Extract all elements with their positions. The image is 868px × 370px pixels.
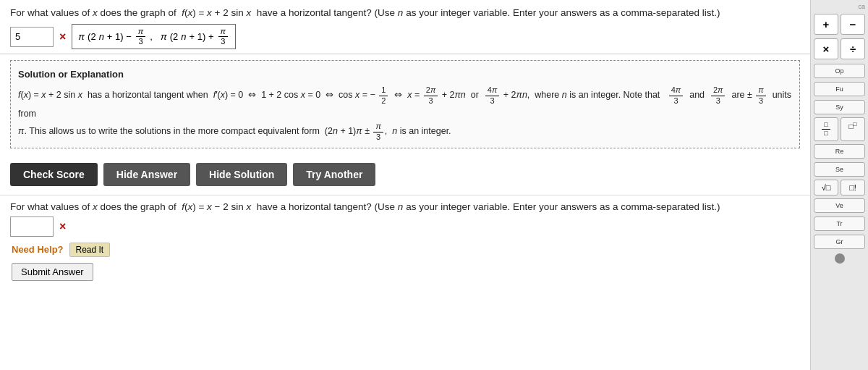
- calc-sqrt-row: √□ □!: [814, 180, 865, 195]
- calc-frac2-button[interactable]: □□: [841, 117, 865, 141]
- calc-top-row: + −: [814, 14, 865, 35]
- answer2-input[interactable]: [10, 216, 54, 237]
- answer1-input[interactable]: [10, 27, 54, 47]
- question1-section: For what values of x does the graph of f…: [0, 0, 810, 54]
- calc-sy-button[interactable]: Sy: [814, 100, 865, 114]
- question1-text: For what values of x does the graph of f…: [10, 7, 800, 18]
- check-score-button[interactable]: Check Score: [10, 163, 98, 186]
- answer2-xmark[interactable]: ×: [59, 220, 66, 233]
- need-help-label: Need Help?: [12, 244, 64, 255]
- calc-gr-button[interactable]: Gr: [814, 235, 865, 249]
- corner-tab-label: ca: [814, 3, 865, 10]
- answer1-xmark[interactable]: ×: [59, 30, 66, 43]
- read-it-button[interactable]: Read It: [69, 243, 111, 257]
- answer2-row: ×: [10, 216, 800, 237]
- solution-box: Solution or Explanation f(x) = x + 2 sin…: [10, 60, 800, 148]
- solution-title: Solution or Explanation: [18, 67, 792, 83]
- solution-line1: f(x) = x + 2 sin x has a horizontal tang…: [18, 85, 792, 122]
- calc-ve-button[interactable]: Ve: [814, 198, 865, 213]
- hide-solution-button[interactable]: Hide Solution: [196, 163, 287, 186]
- try-another-button[interactable]: Try Another: [293, 163, 375, 186]
- answer1-display: π(2n + 1) − π3, π(2n + 1) + π3: [72, 24, 236, 49]
- calc-sqrt-button[interactable]: √□: [814, 180, 838, 195]
- calc-circle-icon: [835, 253, 845, 264]
- solution-line2: π. This allows us to write the solutions…: [18, 122, 792, 141]
- calc-tr-button[interactable]: Tr: [814, 216, 865, 231]
- calc-factorial-button[interactable]: □!: [841, 180, 865, 195]
- calc-row2: × ÷: [814, 38, 865, 59]
- calc-divide-button[interactable]: ÷: [841, 38, 865, 59]
- question2-text: For what values of x does the graph of f…: [10, 201, 800, 212]
- main-content: For what values of x does the graph of f…: [0, 0, 810, 370]
- calc-re-button[interactable]: Re: [814, 144, 865, 159]
- calc-frac-row: □□ □□: [814, 117, 865, 141]
- calc-se-button[interactable]: Se: [814, 162, 865, 177]
- buttons-row: Check Score Hide Answer Hide Solution Tr…: [0, 154, 810, 195]
- calc-minus-button[interactable]: −: [841, 14, 865, 35]
- need-help-row: Need Help? Read It: [10, 243, 800, 257]
- hide-answer-button[interactable]: Hide Answer: [103, 163, 190, 186]
- question2-section: For what values of x does the graph of f…: [0, 195, 810, 285]
- calculator-panel: ca + − × ÷ Op Fu Sy □□ □□ Re Se √□ □! Ve…: [810, 0, 868, 370]
- answer1-row: × π(2n + 1) − π3, π(2n + 1) + π3: [10, 24, 800, 49]
- calc-frac-button[interactable]: □□: [814, 117, 838, 141]
- calc-fu-button[interactable]: Fu: [814, 82, 865, 96]
- submit-answer-button[interactable]: Submit Answer: [12, 263, 93, 281]
- calc-op-button[interactable]: Op: [814, 64, 865, 78]
- calc-plus-button[interactable]: +: [814, 14, 838, 35]
- calc-multiply-button[interactable]: ×: [814, 38, 838, 59]
